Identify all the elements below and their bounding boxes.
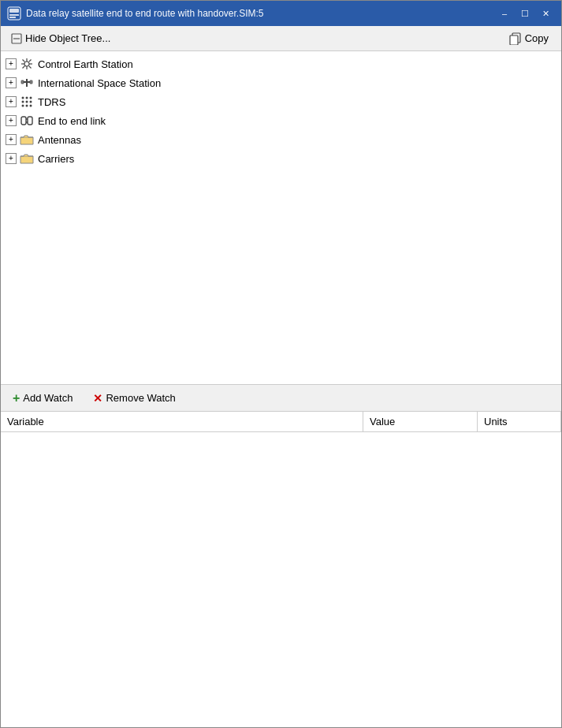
svg-rect-1: [9, 9, 19, 13]
tree-item-international-space-station[interactable]: + International Space Station: [1, 73, 561, 92]
expand-antennas[interactable]: +: [6, 134, 17, 145]
hide-tree-button[interactable]: Hide Object Tree...: [7, 30, 114, 47]
svg-point-24: [22, 101, 24, 103]
tree-label-carriers: Carriers: [38, 153, 74, 165]
table-header: Variable Value Units: [1, 412, 561, 432]
copy-button[interactable]: Copy: [503, 29, 555, 47]
th-units: Units: [478, 412, 561, 431]
svg-line-15: [29, 60, 32, 62]
tree-item-carriers[interactable]: + Carriers: [1, 149, 561, 168]
svg-point-25: [26, 101, 28, 103]
svg-point-21: [22, 97, 24, 99]
title-bar: Data relay satellite end to end route wi…: [1, 1, 561, 26]
remove-watch-button[interactable]: ✕ Remove Watch: [89, 390, 179, 406]
link-icon: [20, 114, 34, 128]
svg-line-16: [23, 66, 25, 69]
svg-rect-7: [510, 35, 518, 45]
add-watch-button[interactable]: + Add Watch: [9, 390, 76, 407]
x-icon: ✕: [93, 393, 102, 404]
plus-icon: +: [13, 392, 20, 405]
tree-label-antennas: Antennas: [38, 134, 81, 146]
th-variable: Variable: [1, 412, 363, 431]
watch-table: Variable Value Units: [1, 412, 561, 727]
svg-rect-3: [9, 17, 16, 18]
tree-item-end-to-end-link[interactable]: + End to end link: [1, 111, 561, 130]
maximize-button[interactable]: ☐: [515, 6, 534, 21]
tree-label-control-earth-station: Control Earth Station: [38, 58, 133, 70]
svg-point-29: [30, 105, 32, 107]
svg-rect-18: [23, 81, 31, 83]
tree-label-tdrs: TDRS: [38, 96, 65, 108]
watch-toolbar: + Add Watch ✕ Remove Watch: [1, 385, 561, 412]
main-window: Data relay satellite end to end route wi…: [0, 0, 562, 728]
collapse-icon: [11, 32, 22, 45]
th-value: Value: [363, 412, 478, 431]
space-station-icon: [20, 76, 34, 90]
svg-rect-19: [21, 80, 24, 84]
svg-point-28: [26, 105, 28, 107]
earth-station-icon: [20, 57, 34, 71]
object-tree: + Control Earth Station +: [1, 51, 561, 385]
svg-point-8: [24, 62, 29, 66]
expand-end-to-end-link[interactable]: +: [6, 115, 17, 126]
close-button[interactable]: ✕: [536, 6, 555, 21]
remove-watch-label: Remove Watch: [106, 392, 175, 404]
svg-rect-2: [9, 14, 19, 16]
folder-icon-antennas: [20, 133, 34, 147]
svg-point-23: [30, 97, 32, 99]
svg-point-22: [26, 97, 28, 99]
svg-rect-20: [30, 80, 32, 84]
expand-tdrs[interactable]: +: [6, 96, 17, 107]
hide-tree-label: Hide Object Tree...: [25, 32, 110, 44]
copy-label: Copy: [525, 32, 549, 44]
svg-line-14: [29, 66, 32, 69]
tree-label-end-to-end-link: End to end link: [38, 115, 106, 127]
svg-rect-31: [28, 117, 32, 125]
folder-icon-carriers: [20, 151, 34, 166]
copy-icon: [509, 32, 522, 45]
svg-point-27: [22, 105, 24, 107]
minimize-button[interactable]: –: [495, 6, 514, 21]
svg-point-26: [30, 101, 32, 103]
table-body: [1, 432, 561, 727]
window-title: Data relay satellite end to end route wi…: [26, 8, 495, 19]
toolbar: Hide Object Tree... Copy: [1, 26, 561, 51]
window-controls: – ☐ ✕: [495, 6, 555, 21]
tree-item-antennas[interactable]: + Antennas: [1, 130, 561, 149]
expand-carriers[interactable]: +: [6, 153, 17, 164]
tdrs-icon: [20, 95, 34, 109]
tree-item-tdrs[interactable]: + TDRS: [1, 92, 561, 111]
expand-international-space-station[interactable]: +: [6, 77, 17, 88]
tree-label-international-space-station: International Space Station: [38, 77, 161, 89]
add-watch-label: Add Watch: [23, 392, 73, 404]
svg-line-13: [23, 60, 25, 62]
tree-item-control-earth-station[interactable]: + Control Earth Station: [1, 54, 561, 73]
window-icon: [7, 6, 21, 21]
svg-rect-30: [21, 117, 26, 125]
expand-control-earth-station[interactable]: +: [6, 58, 17, 69]
